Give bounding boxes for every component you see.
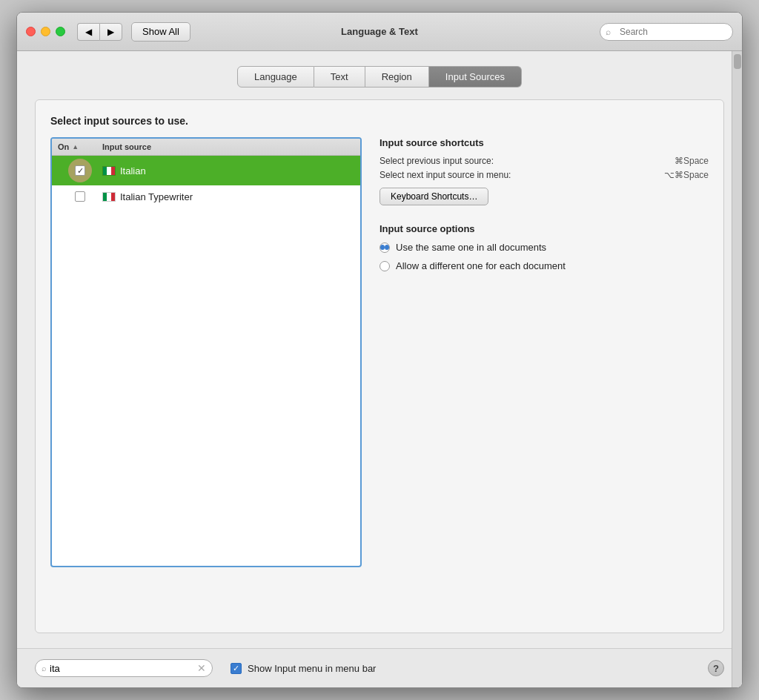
checkbox-cell-typewriter xyxy=(58,191,102,202)
shortcuts-section: Input source shortcuts Select previous i… xyxy=(380,137,709,205)
scrollbar[interactable] xyxy=(732,51,742,687)
shortcut-key-prev: ⌘Space xyxy=(675,156,709,166)
window-title: Language & Text xyxy=(341,26,418,37)
radio-label-same: Use the same one in all documents xyxy=(396,242,546,253)
search-filter-input[interactable] xyxy=(50,663,194,674)
tabs-bar: Language Text Region Input Sources xyxy=(35,66,724,88)
shortcut-label-next: Select next input source in menu: xyxy=(380,170,664,180)
input-source-label-italian: Italian xyxy=(120,165,146,176)
show-all-button[interactable]: Show All xyxy=(131,22,190,42)
show-menu-checkbox[interactable] xyxy=(231,663,242,674)
maximize-button[interactable] xyxy=(56,27,65,36)
nav-buttons: ◀ ▶ xyxy=(77,23,122,41)
options-section: Input source options Use the same one in… xyxy=(380,223,709,271)
checkbox-italian[interactable] xyxy=(75,165,85,176)
traffic-lights xyxy=(26,27,65,36)
radio-same-all[interactable] xyxy=(380,242,390,253)
col-source-header: Input source xyxy=(102,142,354,151)
list-header: On ▲ Input source xyxy=(52,139,360,156)
shortcut-label-prev: Select previous input source: xyxy=(380,156,675,166)
list-item[interactable]: Italian xyxy=(52,156,360,185)
checkbox-cell-italian xyxy=(58,159,102,182)
main-layout: On ▲ Input source xyxy=(50,137,709,567)
italian-flag-icon xyxy=(102,166,116,176)
search-filter-clear-icon[interactable]: ✕ xyxy=(197,662,206,674)
search-filter-icon: ⌕ xyxy=(42,664,47,673)
search-input[interactable] xyxy=(600,23,733,41)
list-item[interactable]: Italian Typewriter xyxy=(52,185,360,208)
right-panel: Input source shortcuts Select previous i… xyxy=(380,137,709,567)
options-heading: Input source options xyxy=(380,223,709,234)
search-filter-box: ⌕ ✕ xyxy=(35,659,213,677)
close-button[interactable] xyxy=(26,27,36,36)
radio-diff-each[interactable] xyxy=(380,261,390,271)
show-menu-label: Show Input menu in menu bar xyxy=(248,663,376,674)
keyboard-shortcuts-button[interactable]: Keyboard Shortcuts… xyxy=(380,188,488,205)
bottom-bar: ⌕ ✕ Show Input menu in menu bar ? xyxy=(17,648,742,687)
back-button[interactable]: ◀ xyxy=(77,23,99,41)
shortcut-row-next: Select next input source in menu: ⌥⌘Spac… xyxy=(380,170,709,180)
help-button[interactable]: ? xyxy=(708,660,724,676)
input-source-label-typewriter: Italian Typewriter xyxy=(120,191,193,202)
shortcut-row-prev: Select previous input source: ⌘Space xyxy=(380,156,709,166)
show-menu-row: Show Input menu in menu bar xyxy=(231,663,376,674)
scroll-thumb xyxy=(734,54,741,69)
titlebar: ◀ ▶ Show All Language & Text ⌕ xyxy=(17,13,742,51)
main-panel: Select input sources to use. On ▲ Input … xyxy=(35,99,724,633)
radio-row-same[interactable]: Use the same one in all documents xyxy=(380,242,709,253)
content-area: Language Text Region Input Sources Selec… xyxy=(17,51,742,648)
shortcuts-heading: Input source shortcuts xyxy=(380,137,709,148)
radio-row-diff[interactable]: Allow a different one for each document xyxy=(380,260,709,271)
radio-label-diff: Allow a different one for each document xyxy=(396,260,566,271)
tab-input-sources[interactable]: Input Sources xyxy=(429,66,522,88)
search-icon: ⌕ xyxy=(606,27,611,37)
col-on-header: On ▲ xyxy=(58,142,102,151)
panel-title: Select input sources to use. xyxy=(50,115,709,127)
tab-language[interactable]: Language xyxy=(237,66,314,88)
checkbox-highlight xyxy=(68,159,92,182)
tab-region[interactable]: Region xyxy=(365,66,429,88)
minimize-button[interactable] xyxy=(41,27,50,36)
checkbox-typewriter[interactable] xyxy=(75,191,85,202)
tab-text[interactable]: Text xyxy=(314,66,365,88)
shortcut-key-next: ⌥⌘Space xyxy=(664,170,709,180)
sort-arrow-icon: ▲ xyxy=(72,143,79,151)
search-box: ⌕ xyxy=(600,23,733,41)
italian-typewriter-flag-icon xyxy=(102,192,116,202)
forward-button[interactable]: ▶ xyxy=(99,23,122,41)
input-sources-list[interactable]: On ▲ Input source xyxy=(50,137,362,567)
